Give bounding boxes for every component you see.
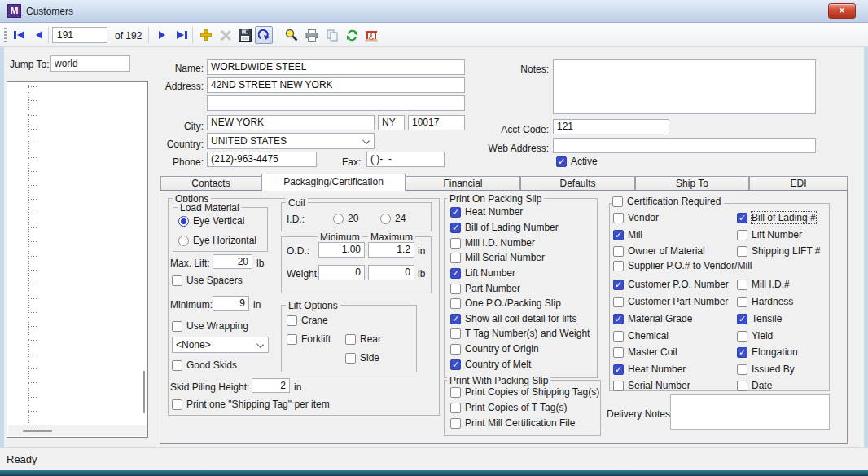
fax-input[interactable]: ( )- - bbox=[366, 152, 445, 167]
cert-row[interactable]: Hardness bbox=[737, 296, 793, 307]
print-mill-certification-file-checkbox[interactable] bbox=[450, 418, 461, 429]
side-row[interactable]: Side bbox=[345, 352, 379, 364]
copy-button[interactable] bbox=[323, 26, 341, 44]
customer-tree[interactable] bbox=[7, 81, 148, 438]
redo-button[interactable] bbox=[255, 26, 273, 44]
print-one-shipping-tag-row[interactable]: Print one "Shipping Tag" per item bbox=[172, 399, 330, 410]
phone-input[interactable]: (212)-963-4475 bbox=[207, 152, 317, 167]
eye-horizontal-radio-row[interactable]: Eye Horizontal bbox=[178, 235, 256, 246]
date-checkbox[interactable] bbox=[737, 381, 747, 391]
print-on-row[interactable]: Bill of Lading Number bbox=[450, 222, 559, 233]
mill-checkbox[interactable] bbox=[613, 230, 624, 240]
acct-code-input[interactable]: 121 bbox=[553, 119, 669, 134]
refresh-button[interactable] bbox=[343, 26, 361, 44]
print-one-shipping-tag-checkbox[interactable] bbox=[172, 399, 182, 410]
elongation-checkbox[interactable] bbox=[737, 347, 747, 358]
notes-textarea[interactable] bbox=[553, 60, 816, 114]
print-on-row[interactable]: Part Number bbox=[450, 283, 520, 294]
cert-row[interactable]: Customer Part Number bbox=[613, 296, 728, 307]
eye-vertical-label[interactable]: Eye Vertical bbox=[193, 215, 244, 227]
cert-row[interactable]: Elongation bbox=[737, 346, 798, 358]
weight-max-input[interactable]: 0 bbox=[368, 265, 414, 280]
side-label[interactable]: Side bbox=[360, 352, 379, 364]
print-one-shipping-tag-label[interactable]: Print one "Shipping Tag" per item bbox=[186, 399, 330, 410]
cert-row[interactable]: Tensile bbox=[737, 313, 782, 324]
checkbox-label[interactable]: Issued By bbox=[752, 364, 795, 375]
forklift-label[interactable]: Forklift bbox=[301, 333, 331, 345]
checkbox-label[interactable]: Date bbox=[752, 380, 772, 391]
checkbox-label[interactable]: Elongation bbox=[752, 346, 798, 358]
print-with-row[interactable]: Print Copies of Shipping Tag(s) bbox=[450, 386, 599, 398]
use-spacers-checkbox[interactable] bbox=[172, 275, 182, 286]
serial-number-checkbox[interactable] bbox=[613, 381, 624, 391]
delivery-notes-textarea[interactable] bbox=[670, 394, 830, 430]
hardness-checkbox[interactable] bbox=[737, 297, 747, 307]
print-on-row[interactable]: Show all coil detail for lifts bbox=[450, 313, 576, 324]
print-on-row[interactable]: Heat Number bbox=[450, 206, 523, 218]
shipping-lift-checkbox[interactable] bbox=[737, 246, 747, 257]
coil-id-24-label[interactable]: 24 bbox=[395, 213, 406, 224]
active-checkbox[interactable] bbox=[556, 156, 567, 167]
cert-row[interactable]: Chemical bbox=[613, 330, 669, 342]
side-checkbox[interactable] bbox=[345, 353, 356, 364]
first-record-button[interactable] bbox=[11, 26, 28, 44]
checkbox-label[interactable]: Print Copies of T Tag(s) bbox=[465, 402, 567, 413]
checkbox-label[interactable]: Shipping LIFT # bbox=[752, 245, 821, 257]
tab-defaults[interactable]: Defaults bbox=[520, 176, 635, 190]
lift-number-checkbox[interactable] bbox=[450, 268, 461, 279]
cert-row[interactable]: Issued By bbox=[737, 364, 795, 375]
customer-part-number-checkbox[interactable] bbox=[613, 297, 624, 307]
delete-record-button[interactable] bbox=[217, 26, 235, 44]
coil-id-24-radio[interactable] bbox=[380, 214, 391, 224]
checkbox-label[interactable]: Tensile bbox=[752, 313, 782, 324]
good-skids-row[interactable]: Good Skids bbox=[172, 359, 237, 371]
scrollbar-thumb[interactable] bbox=[23, 430, 52, 432]
checkbox-label[interactable]: T Tag Number(s) and Weight bbox=[465, 328, 590, 339]
tree-horizontal-scrollbar[interactable] bbox=[8, 425, 147, 436]
checkbox-label[interactable]: Master Coil bbox=[628, 346, 677, 358]
crane-button[interactable] bbox=[362, 26, 380, 44]
record-number-input[interactable]: 191 bbox=[52, 27, 107, 43]
one-po-packing-slip-checkbox[interactable] bbox=[450, 298, 461, 309]
mill-id-number-checkbox[interactable] bbox=[450, 238, 461, 249]
cert-row[interactable]: Owner of Material bbox=[613, 245, 705, 257]
state-input[interactable]: NY bbox=[378, 115, 405, 130]
tab-contacts[interactable]: Contacts bbox=[160, 176, 261, 190]
checkbox-label[interactable]: Heat Number bbox=[465, 206, 523, 218]
rear-checkbox[interactable] bbox=[345, 334, 356, 345]
cert-row[interactable]: Mill I.D.# bbox=[737, 279, 790, 290]
coil-id-20-label[interactable]: 20 bbox=[348, 213, 358, 224]
forklift-row[interactable]: Forklift bbox=[287, 333, 331, 345]
checkbox-label[interactable]: Country of Melt bbox=[465, 359, 531, 370]
mill-serial-number-checkbox[interactable] bbox=[450, 253, 461, 263]
find-button[interactable] bbox=[283, 26, 300, 44]
checkbox-label[interactable]: Country of Origin bbox=[465, 343, 539, 355]
eye-vertical-radio-row[interactable]: Eye Vertical bbox=[178, 215, 244, 227]
checkbox-label[interactable]: Heat Number bbox=[628, 364, 686, 375]
name-input[interactable]: WORLDWIDE STEEL bbox=[207, 60, 465, 75]
lift-number-cert-checkbox[interactable] bbox=[737, 230, 747, 240]
checkbox-label[interactable]: Lift Number bbox=[752, 229, 802, 240]
skid-piling-height-input[interactable]: 2 bbox=[252, 378, 290, 393]
print-copies-t-tags-checkbox[interactable] bbox=[450, 403, 461, 413]
cert-row[interactable]: Material Grade bbox=[613, 313, 692, 324]
tensile-checkbox[interactable] bbox=[737, 314, 747, 324]
rear-label[interactable]: Rear bbox=[360, 333, 381, 345]
bill-of-lading-cert-checkbox[interactable] bbox=[737, 213, 747, 223]
print-on-row[interactable]: Country of Melt bbox=[450, 359, 531, 370]
good-skids-label[interactable]: Good Skids bbox=[186, 359, 237, 371]
next-record-button[interactable] bbox=[153, 26, 171, 44]
zip-input[interactable]: 10017 bbox=[408, 115, 465, 130]
print-with-row[interactable]: Print Copies of T Tag(s) bbox=[450, 402, 567, 413]
cert-row[interactable]: Vendor bbox=[613, 212, 659, 223]
eye-horizontal-label[interactable]: Eye Horizontal bbox=[193, 235, 256, 246]
certification-required-row[interactable]: Certification Required bbox=[612, 196, 724, 207]
heat-number-checkbox[interactable] bbox=[450, 207, 461, 218]
checkbox-label[interactable]: Print Mill Certification File bbox=[465, 417, 575, 429]
country-of-melt-checkbox[interactable] bbox=[450, 359, 461, 370]
last-record-button[interactable] bbox=[173, 26, 191, 44]
city-input[interactable]: NEW YORK bbox=[207, 115, 375, 130]
checkbox-label[interactable]: Chemical bbox=[628, 330, 669, 342]
coil-id-20-row[interactable]: 20 bbox=[333, 213, 358, 224]
print-on-row[interactable]: Mill Serial Number bbox=[450, 252, 545, 263]
